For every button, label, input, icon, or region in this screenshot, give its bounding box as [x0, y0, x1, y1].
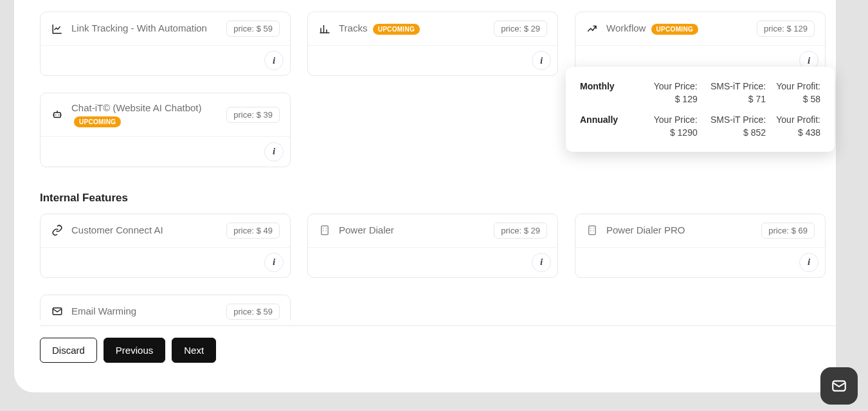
feature-title: Tracks UPCOMING: [339, 22, 486, 35]
envelope-icon: [831, 378, 847, 394]
annually-your-price: $ 1290: [644, 126, 698, 139]
col-your-price: Your Price:: [644, 80, 698, 93]
svg-point-5: [326, 228, 327, 229]
price-badge: price: $ 129: [757, 21, 815, 37]
upcoming-badge: UPCOMING: [74, 116, 121, 128]
monthly-smsit-price: $ 71: [698, 93, 766, 105]
feature-title: Power Dialer: [339, 224, 486, 237]
main-card: Link Tracking - With Automation price: $…: [14, 0, 836, 392]
monthly-your-price: $ 129: [644, 93, 698, 105]
section-title-internal: Internal Features: [40, 192, 836, 205]
price-badge: price: $ 29: [494, 21, 547, 37]
line-chart-icon: [51, 23, 64, 35]
svg-point-12: [593, 230, 595, 232]
feature-chat-it[interactable]: Chat-iT© (Website AI Chatbot) UPCOMING p…: [40, 93, 291, 167]
col-smsit-price: SMS-iT Price:: [698, 105, 766, 126]
previous-button[interactable]: Previous: [104, 338, 165, 363]
price-badge: price: $ 29: [494, 223, 547, 239]
info-icon[interactable]: i: [532, 51, 551, 70]
svg-rect-3: [321, 226, 329, 235]
content-area: Link Tracking - With Automation price: $…: [40, 0, 836, 320]
annually-profit: $ 438: [766, 126, 820, 139]
col-profit: Your Profit:: [766, 105, 820, 126]
annually-smsit-price: $ 852: [698, 126, 766, 139]
pricing-table: Monthly Your Price: SMS-iT Price: Your P…: [580, 80, 820, 139]
feature-power-dialer-pro[interactable]: Power Dialer PRO price: $ 69 i: [575, 214, 826, 278]
info-icon[interactable]: i: [264, 142, 284, 161]
feature-title: Chat-iT© (Website AI Chatbot) UPCOMING: [71, 102, 219, 128]
feature-email-warming[interactable]: Email Warming price: $ 59 i: [40, 295, 291, 321]
feature-power-dialer[interactable]: Power Dialer price: $ 29 i: [307, 214, 558, 278]
svg-point-6: [323, 230, 324, 232]
svg-point-1: [55, 114, 57, 116]
period-monthly: Monthly: [580, 80, 644, 93]
feature-workflow[interactable]: Workflow UPCOMING price: $ 129 i: [575, 12, 826, 76]
svg-point-2: [59, 114, 60, 116]
feature-title: Link Tracking - With Automation: [71, 22, 219, 35]
feature-title-text: Chat-iT© (Website AI Chatbot): [71, 102, 202, 113]
feature-title: Email Warming: [71, 305, 219, 318]
feature-title: Power Dialer PRO: [606, 224, 754, 237]
price-badge: price: $ 59: [226, 21, 280, 37]
svg-rect-8: [589, 226, 596, 235]
svg-point-10: [593, 228, 595, 229]
feature-title-text: Workflow: [606, 23, 646, 33]
feature-link-tracking[interactable]: Link Tracking - With Automation price: $…: [40, 12, 291, 76]
discard-button[interactable]: Discard: [40, 338, 97, 363]
info-icon[interactable]: i: [799, 253, 818, 272]
svg-point-11: [590, 230, 592, 232]
upcoming-badge: UPCOMING: [373, 24, 420, 35]
dialer-icon: [318, 224, 331, 237]
link-icon: [51, 224, 64, 237]
col-profit: Your Profit:: [766, 80, 820, 93]
feature-customer-connect-ai[interactable]: Customer Connect AI price: $ 49 i: [40, 214, 291, 278]
bar-chart-icon: [318, 23, 331, 35]
price-badge: price: $ 69: [761, 223, 815, 239]
next-button[interactable]: Next: [172, 338, 216, 363]
svg-point-7: [326, 230, 327, 232]
pricing-popover: Monthly Your Price: SMS-iT Price: Your P…: [566, 67, 835, 152]
robot-icon: [51, 108, 64, 121]
info-icon[interactable]: i: [264, 51, 284, 70]
svg-point-4: [323, 228, 324, 229]
feature-tracks[interactable]: Tracks UPCOMING price: $ 29 i: [307, 12, 558, 76]
dialer-icon: [586, 224, 599, 237]
price-badge: price: $ 39: [226, 107, 280, 123]
info-icon[interactable]: i: [264, 253, 284, 272]
support-mail-fab[interactable]: [820, 367, 858, 405]
trend-up-icon: [586, 23, 599, 35]
price-badge: price: $ 59: [226, 304, 280, 320]
period-annually: Annually: [580, 105, 644, 126]
svg-point-9: [590, 228, 592, 229]
envelope-icon: [51, 305, 64, 318]
wizard-footer: Discard Previous Next: [40, 325, 836, 363]
feature-title: Customer Connect AI: [71, 224, 219, 237]
monthly-profit: $ 58: [766, 93, 820, 105]
feature-title: Workflow UPCOMING: [606, 22, 749, 35]
upcoming-badge: UPCOMING: [651, 24, 698, 35]
info-icon[interactable]: i: [532, 253, 551, 272]
col-your-price: Your Price:: [644, 105, 698, 126]
price-badge: price: $ 49: [226, 223, 280, 239]
col-smsit-price: SMS-iT Price:: [698, 80, 766, 93]
feature-title-text: Tracks: [339, 23, 367, 33]
svg-rect-0: [54, 113, 61, 118]
